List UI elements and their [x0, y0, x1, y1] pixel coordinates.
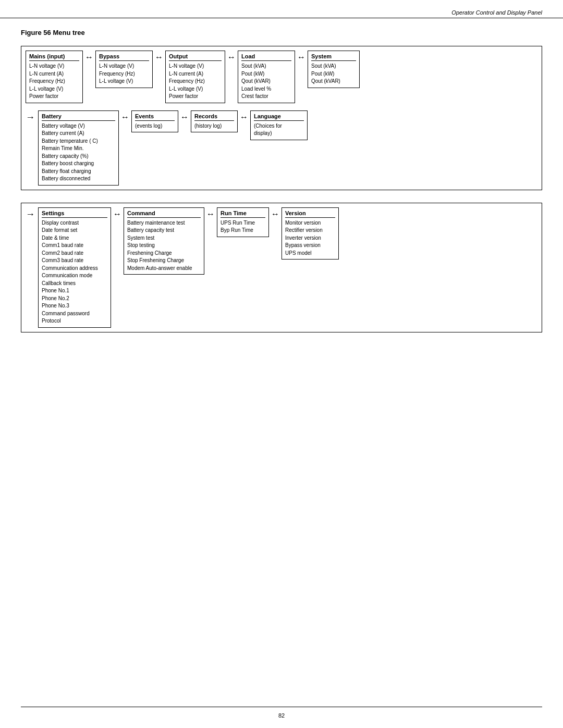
row1: Mains (input) L-N voltage (V) L-N curren…	[26, 51, 537, 103]
node-mains-input: Mains (input) L-N voltage (V) L-N curren…	[26, 51, 83, 103]
rows-34-wrapper: → Settings Display contrast Date format …	[21, 203, 542, 332]
command-items: Battery maintenance test Battery capacit…	[127, 219, 201, 273]
menu-tree: Mains (input) L-N voltage (V) L-N curren…	[21, 46, 542, 332]
node-settings: Settings Display contrast Date format se…	[38, 207, 111, 328]
node-system: System Sout (kVA) Pout (kW) Qout (kVAR)	[308, 51, 360, 88]
mains-input-items: L-N voltage (V) L-N current (A) Frequenc…	[29, 63, 79, 101]
figure-title: Figure 56 Menu tree	[21, 29, 542, 36]
system-items: Sout (kVA) Pout (kW) Qout (kVAR)	[311, 63, 356, 85]
bypass-items: L-N voltage (V) Frequency (Hz) L-L volta…	[99, 63, 149, 85]
node-bypass: Bypass L-N voltage (V) Frequency (Hz) L-…	[95, 51, 153, 88]
language-items: (Choices for display)	[254, 122, 304, 138]
page-header: Operator Control and Display Panel	[0, 0, 563, 18]
node-version: Version Monitor version Rectifier versio…	[282, 207, 339, 260]
arrow-6: ↔	[178, 113, 191, 122]
load-items: Sout (kVA) Pout (kW) Qout (kVAR) Load le…	[241, 63, 291, 101]
node-runtime: Run Time UPS Run Time Byp Run Time	[217, 207, 269, 237]
arrow-9: ↔	[204, 209, 217, 219]
arrow-4: ↔	[295, 53, 308, 62]
events-items: (events log)	[135, 122, 175, 130]
output-items: L-N voltage (V) L-N current (A) Frequenc…	[169, 63, 222, 101]
arrow-10: ↔	[269, 209, 282, 219]
bottom-rule	[21, 707, 542, 707]
row2: → Battery Battery voltage (V) Battery cu…	[26, 110, 537, 186]
arrow-8: ↔	[111, 209, 124, 219]
battery-items: Battery voltage (V) Battery current (A) …	[42, 122, 115, 183]
node-command: Command Battery maintenance test Battery…	[124, 207, 204, 275]
rows-12-wrapper: Mains (input) L-N voltage (V) L-N curren…	[21, 46, 542, 190]
row3: → Settings Display contrast Date format …	[26, 207, 537, 328]
node-load: Load Sout (kVA) Pout (kW) Qout (kVAR) Lo…	[238, 51, 295, 103]
node-events: Events (events log)	[131, 110, 178, 133]
row3-arrow: →	[26, 207, 38, 220]
version-items: Monitor version Rectifier version Invert…	[285, 219, 335, 257]
runtime-items: UPS Run Time Byp Run Time	[221, 219, 265, 235]
node-battery: Battery Battery voltage (V) Battery curr…	[38, 110, 119, 186]
records-items: (history log)	[194, 122, 234, 130]
arrow-3: ↔	[225, 53, 238, 62]
arrow-7: ↔	[238, 113, 250, 122]
node-language: Language (Choices for display)	[250, 110, 308, 140]
node-output: Output L-N voltage (V) L-N current (A) F…	[165, 51, 225, 103]
row2-arrow: →	[26, 110, 38, 123]
node-records: Records (history log)	[191, 110, 238, 133]
settings-items: Display contrast Date format set Date & …	[42, 219, 107, 325]
page-number: 82	[0, 712, 563, 719]
arrow-5: ↔	[119, 113, 131, 122]
arrow-2: ↔	[153, 53, 165, 62]
arrow-1: ↔	[83, 53, 95, 62]
